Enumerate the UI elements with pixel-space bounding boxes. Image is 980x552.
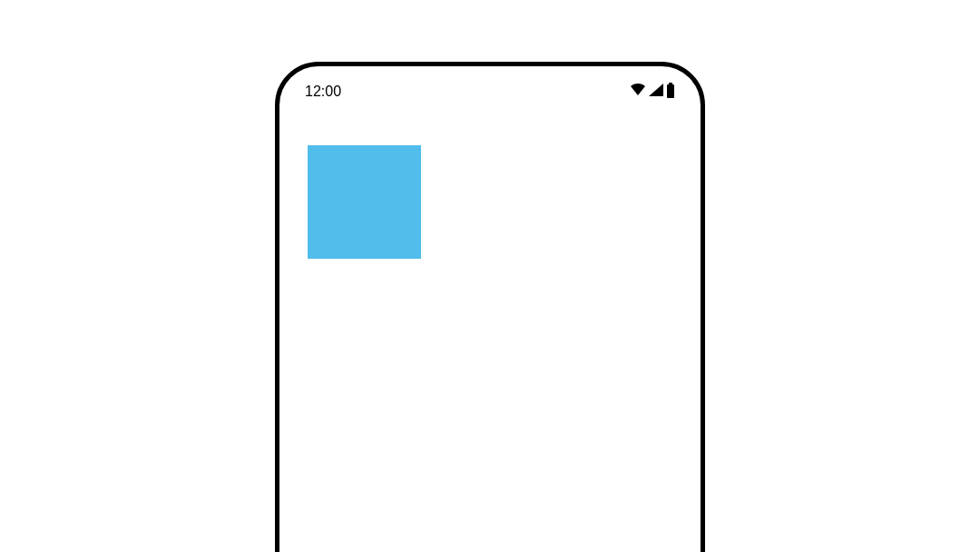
wifi-icon [630,83,646,101]
status-bar-icons [630,83,675,102]
phone-frame: 12:00 [275,62,705,552]
svg-rect-0 [669,83,672,84]
draggable-square[interactable] [308,145,421,259]
cellular-icon [648,83,664,101]
status-bar-time: 12:00 [305,84,341,100]
touch-indicator [365,271,392,298]
battery-icon [666,83,675,102]
svg-rect-1 [667,84,674,98]
status-bar: 12:00 [279,66,701,117]
